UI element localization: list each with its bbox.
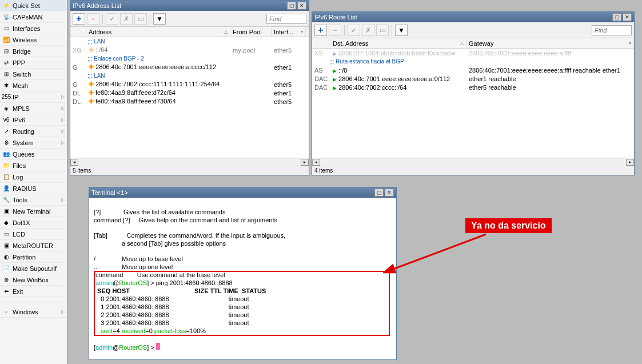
table-row[interactable]: G✚ 2806:40c:7001:eeee:eeee:eeee:a:cccc/1… bbox=[70, 63, 309, 71]
sidebar-item-ppp[interactable]: ⇄PPP bbox=[0, 57, 67, 69]
route-icon: ▶ bbox=[333, 51, 337, 57]
table-row[interactable]: ;;; Enlace con BGP - 2 bbox=[70, 54, 309, 63]
table-row[interactable]: G✚ 2806:40c:7002:cccc:1111:1111:1111:254… bbox=[70, 80, 309, 89]
sidebar-icon: 255 bbox=[2, 93, 10, 101]
sidebar-item-lcd[interactable]: ▭LCD bbox=[0, 229, 67, 240]
scroll-left-icon[interactable]: ◂ bbox=[70, 159, 78, 166]
sidebar-item-tools[interactable]: 🔧Tools▷ bbox=[0, 194, 67, 206]
add-button[interactable]: + bbox=[314, 25, 327, 36]
remove-button[interactable]: − bbox=[87, 13, 99, 25]
route-icon: ▶ bbox=[333, 77, 337, 82]
sidebar-item-interfaces[interactable]: ▭Interfaces bbox=[0, 23, 67, 34]
sidebar-item-log[interactable]: 📋Log bbox=[0, 171, 67, 183]
toolbar: + − ✓ ✗ ▭ ▼ bbox=[70, 11, 309, 27]
sidebar-item-mesh[interactable]: ✱Mesh bbox=[0, 80, 67, 91]
table-row[interactable]: DAC▶ 2806:40c:7002:cccc::/64ether5 reach… bbox=[312, 83, 634, 91]
expand-icon: ▷ bbox=[61, 140, 65, 145]
table-row[interactable]: XG✚ ::/64my-poolether5 bbox=[70, 46, 309, 54]
sidebar-item-files[interactable]: 📁Files bbox=[0, 160, 67, 171]
sidebar-item-ipv6[interactable]: v6IPv6▷ bbox=[0, 114, 67, 126]
table-row[interactable]: ;;; Ruta estatica hacia el BGP bbox=[312, 57, 634, 66]
disable-button[interactable]: ✗ bbox=[120, 13, 133, 25]
h-scrollbar[interactable]: ◂ ▸ bbox=[70, 158, 309, 166]
expand-icon: ▷ bbox=[61, 129, 65, 134]
sidebar-item-capsman[interactable]: 📡CAPsMAN bbox=[0, 11, 67, 23]
terminal-help-line: / Move up to base level bbox=[94, 255, 183, 262]
col-dst[interactable]: Dst. Address△ bbox=[330, 38, 466, 48]
terminal-window: Terminal <1> ▢ ✕ [?] Gives the list of a… bbox=[89, 187, 397, 360]
sidebar-icon: ⊞ bbox=[2, 70, 10, 78]
sidebar-item-routing[interactable]: ↗Routing▷ bbox=[0, 126, 67, 137]
sidebar-item-mpls[interactable]: ◈MPLS▷ bbox=[0, 103, 67, 114]
sidebar-item-queues[interactable]: 👥Queues bbox=[0, 149, 67, 160]
status-bar: 5 items bbox=[70, 166, 309, 175]
minimize-button[interactable]: ▢ bbox=[612, 13, 621, 21]
table-row[interactable]: ;;; LAN bbox=[70, 37, 309, 46]
sidebar-item-dot1x[interactable]: ◆Dot1X bbox=[0, 217, 67, 229]
route-icon: ▶ bbox=[333, 68, 337, 74]
annotation-label: Ya no da servicio bbox=[465, 218, 552, 233]
table-row[interactable]: XS▶ 2806:3f7:1004:bbbb:bbbb:bbbb:f0ca:be… bbox=[312, 49, 634, 57]
col-flags[interactable] bbox=[312, 38, 330, 48]
sidebar-item-exit[interactable]: ⬅Exit bbox=[0, 286, 67, 297]
terminal-body[interactable]: [?] Gives the list of available commands… bbox=[89, 198, 396, 359]
sidebar-item-new-terminal[interactable]: ▣New Terminal bbox=[0, 206, 67, 217]
table-body: ;;; LANXG✚ ::/64my-poolether5;;; Enlace … bbox=[70, 37, 309, 158]
sidebar-item-label: PPP bbox=[13, 59, 25, 66]
sidebar-item-make-supout-rif[interactable]: 📄Make Supout.rif bbox=[0, 263, 67, 274]
filter-button[interactable]: ▼ bbox=[395, 25, 408, 36]
close-button[interactable]: ✕ bbox=[385, 189, 394, 197]
enable-button[interactable]: ✓ bbox=[348, 25, 360, 36]
table-row[interactable]: DL✚ fe80::4aa9:8aff:feee:d72c/64ether1 bbox=[70, 89, 309, 97]
sidebar-item-bridge[interactable]: ⊟Bridge bbox=[0, 46, 67, 57]
close-button[interactable]: ✕ bbox=[297, 2, 306, 10]
minimize-button[interactable]: ▢ bbox=[287, 2, 296, 10]
sidebar-item-partition[interactable]: ◐Partition bbox=[0, 251, 67, 263]
window-titlebar[interactable]: Terminal <1> ▢ ✕ bbox=[89, 187, 396, 198]
add-button[interactable]: + bbox=[73, 13, 85, 25]
col-flags[interactable] bbox=[70, 27, 86, 37]
h-scrollbar[interactable]: ◂ ▸ bbox=[312, 158, 634, 166]
sidebar-icon: ▣ bbox=[2, 207, 10, 215]
table-row[interactable]: AS▶ ::/02806:40c:7001:eeee:eeee:eeee:a:f… bbox=[312, 66, 634, 74]
comment-button[interactable]: ▭ bbox=[376, 25, 389, 36]
terminal-help-line: a second [Tab] gives possible options bbox=[94, 240, 226, 247]
table-row[interactable]: DL✚ fe80::4aa9:8aff:feee:d730/64ether5 bbox=[70, 97, 309, 106]
terminal-host: RouterOS bbox=[119, 344, 147, 351]
remove-button[interactable]: − bbox=[329, 25, 341, 36]
scroll-right-icon[interactable]: ▸ bbox=[626, 159, 634, 166]
disable-button[interactable]: ✗ bbox=[362, 25, 374, 36]
window-titlebar[interactable]: IPv6 Route List ▢ ✕ bbox=[312, 12, 634, 22]
close-button[interactable]: ✕ bbox=[623, 13, 632, 21]
table-row[interactable]: DAC▶ 2806:40c:7001:eeee:eeee:eeee:a:0/11… bbox=[312, 74, 634, 83]
scroll-right-icon[interactable]: ▸ bbox=[301, 159, 309, 166]
find-input[interactable] bbox=[266, 14, 306, 24]
col-address[interactable]: Address△ bbox=[86, 27, 230, 37]
table-row[interactable]: ;;; LAN bbox=[70, 71, 309, 80]
comment-button[interactable]: ▭ bbox=[134, 13, 147, 25]
ipv6-route-window: IPv6 Route List ▢ ✕ + − ✓ ✗ ▭ ▼ Dst. Add… bbox=[312, 11, 635, 175]
minimize-button[interactable]: ▢ bbox=[374, 189, 384, 197]
enable-button[interactable]: ✓ bbox=[106, 13, 118, 25]
filter-button[interactable]: ▼ bbox=[153, 13, 166, 25]
scroll-left-icon[interactable]: ◂ bbox=[312, 159, 320, 166]
sidebar-item-wireless[interactable]: 📶Wireless bbox=[0, 34, 67, 46]
sidebar-icon: 📁 bbox=[2, 162, 10, 170]
sidebar-item-radius[interactable]: 👤RADIUS bbox=[0, 183, 67, 194]
sidebar-icon: 📋 bbox=[2, 173, 10, 181]
sidebar-icon: ⊕ bbox=[2, 276, 10, 284]
col-gateway[interactable]: Gateway▾ bbox=[466, 38, 634, 48]
sidebar-item-label: IPv6 bbox=[13, 117, 25, 123]
sidebar-item-metarouter[interactable]: ▣MetaROUTER bbox=[0, 240, 67, 251]
col-interface[interactable]: Interf...▾ bbox=[272, 27, 306, 37]
sidebar-item-switch[interactable]: ⊞Switch bbox=[0, 69, 67, 80]
find-input[interactable] bbox=[592, 25, 632, 35]
window-titlebar[interactable]: IPv6 Address List ▢ ✕ bbox=[70, 1, 309, 11]
sidebar-item-system[interactable]: ⚙System▷ bbox=[0, 137, 67, 149]
sidebar-item-ip[interactable]: 255IP▷ bbox=[0, 91, 67, 103]
terminal-help-line: command [?] Gives help on the command an… bbox=[94, 217, 277, 223]
sidebar-item-windows[interactable]: ▫Windows▷ bbox=[0, 306, 67, 318]
sidebar-item-new-winbox[interactable]: ⊕New WinBox bbox=[0, 274, 67, 286]
sidebar-item-quick-set[interactable]: ⚡Quick Set bbox=[0, 0, 67, 11]
col-from-pool[interactable]: From Pool bbox=[230, 27, 272, 37]
